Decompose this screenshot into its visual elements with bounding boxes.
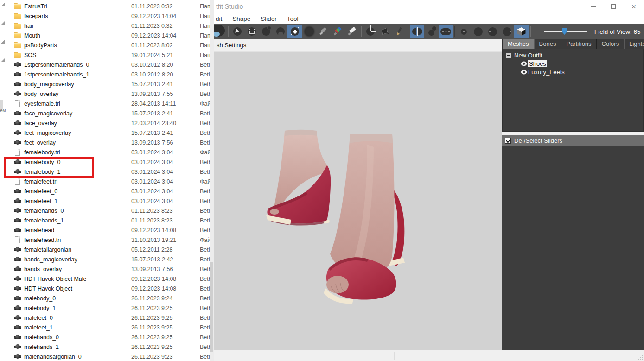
file-row[interactable]: face_magicoverlay15.07.2013 2:41Beth (0, 108, 214, 118)
file-row[interactable]: body_magicoverlay15.07.2013 2:41Beth (0, 79, 214, 89)
load-reference[interactable] (214, 25, 226, 38)
file-row[interactable]: Mouth09.12.2023 14:04Пап (0, 31, 214, 40)
file-row[interactable]: eyesfemale.tri28.04.2013 14:11Фай. (0, 99, 214, 108)
file-row[interactable]: malebody_126.11.2023 9:25Beth (0, 303, 214, 313)
file-row[interactable]: femalebody.tri03.01.2024 3:04Фай. (0, 147, 214, 157)
inflate-brush[interactable] (259, 25, 273, 38)
fov-slider-thumb[interactable] (562, 28, 567, 35)
file-row[interactable]: malefeet_026.11.2023 9:25Beth (0, 313, 214, 323)
file-row[interactable]: face_overlay12.03.2014 23:40Beth (0, 118, 214, 128)
file-row[interactable]: HDT Havok Object09.12.2023 14:08Beth (0, 284, 214, 293)
file-row[interactable]: malehands_126.11.2023 9:25Beth (0, 342, 214, 352)
checkbox-checked-icon[interactable] (505, 138, 511, 144)
xmirror-toggle[interactable] (410, 25, 424, 38)
mesh-icon (14, 246, 21, 253)
brush-size-small[interactable] (457, 25, 471, 38)
file-row[interactable]: 1stpersonfemalehands_103.10.2012 8:20Bet… (0, 70, 214, 79)
file-list: EstrusTri01.11.2023 0:32Папfaceparts09.1… (0, 1, 214, 361)
file-row[interactable]: psBodyParts01.11.2023 8:02Пап (0, 40, 214, 50)
menu-shape[interactable]: Shape (227, 15, 255, 22)
eye-icon[interactable] (521, 61, 527, 66)
file-type: Пап (200, 13, 210, 19)
resize-grip-icon[interactable] (638, 355, 644, 360)
color-brush[interactable] (345, 25, 359, 38)
deselect-sliders-row[interactable]: De-/Select Sliders (502, 135, 644, 146)
brush-size-large[interactable] (471, 25, 485, 38)
viewport-3d[interactable] (214, 52, 502, 350)
global-brush-toggle[interactable] (439, 25, 453, 38)
texture-toggle[interactable] (514, 25, 529, 38)
mask-brush[interactable] (244, 25, 259, 38)
weight-brush[interactable] (331, 25, 345, 38)
file-row[interactable]: femaletailargonian05.12.2011 2:28Beth (0, 245, 214, 254)
connected-brush-toggle[interactable] (424, 25, 439, 38)
file-row[interactable]: hair01.11.2023 0:32Пап (0, 21, 214, 31)
mesh-item[interactable]: Shoes (503, 59, 643, 68)
menu-tool[interactable]: Tool (282, 15, 304, 22)
file-row[interactable]: hands_overlay13.09.2013 7:56Beth (0, 264, 214, 274)
title-bar[interactable]: tfit Studio (214, 0, 644, 13)
scrollbar-thumb[interactable] (210, 262, 213, 352)
file-row[interactable]: faceparts09.12.2023 14:04Пап (0, 11, 214, 21)
pencil-tool[interactable] (392, 25, 406, 38)
mesh-item[interactable]: Luxury_Feets (503, 68, 643, 76)
select-tool[interactable] (230, 25, 244, 38)
pin-tool[interactable] (377, 25, 392, 38)
panel-splitter[interactable] (502, 132, 644, 135)
file-date: 28.04.2013 14:11 (131, 101, 200, 107)
fov-label: Field of View: 65 (594, 28, 641, 35)
collapse-icon[interactable] (506, 53, 511, 58)
smooth-brush[interactable] (302, 25, 316, 38)
file-name: femalefeet.tri (24, 178, 131, 185)
transform-tool[interactable] (363, 25, 377, 38)
menu-slider[interactable]: Slider (255, 15, 282, 22)
file-row[interactable]: body_overlay13.09.2013 7:55Beth (0, 89, 214, 99)
tab-lights[interactable]: Lights (624, 39, 644, 49)
close-button[interactable] (624, 0, 644, 13)
file-row[interactable]: SOS19.01.2024 5:21Пап (0, 50, 214, 60)
undiff-brush[interactable] (316, 25, 331, 38)
file-date: 09.12.2023 14:08 (131, 276, 200, 282)
file-row[interactable]: HDT Havok Object Male09.12.2023 14:08Bet… (0, 274, 214, 284)
mesh-icon (14, 314, 21, 321)
file-date: 09.12.2023 14:04 (131, 32, 200, 39)
file-row[interactable]: malefeet_126.11.2023 9:25Beth (0, 323, 214, 332)
file-row[interactable]: feet_overlay13.09.2013 7:56Beth (0, 138, 214, 147)
brush-focus[interactable] (485, 25, 500, 38)
tab-bones[interactable]: Bones (534, 39, 561, 49)
brush-spacing[interactable] (500, 25, 514, 38)
brush-settings-header[interactable]: sh Settings (214, 39, 502, 52)
file-row[interactable]: malehands_026.11.2023 9:25Beth (0, 332, 214, 342)
file-row[interactable]: femalefeet.tri03.01.2024 3:04Фай. (0, 177, 214, 186)
file-row[interactable]: feet_magicoverlay15.07.2013 2:41Beth (0, 128, 214, 138)
tree-root[interactable]: New Outfit (503, 51, 643, 59)
maximize-button[interactable] (603, 0, 624, 13)
mesh-icon (14, 227, 21, 234)
file-row[interactable]: EstrusTri01.11.2023 0:32Пап (0, 1, 214, 11)
menu-edit[interactable]: dit (214, 15, 227, 22)
file-row[interactable]: malebody_026.11.2023 9:24Beth (0, 293, 214, 303)
eye-icon[interactable] (521, 70, 527, 75)
file-row[interactable]: femalehands_101.11.2023 8:23Beth (0, 215, 214, 225)
tab-partitions[interactable]: Partitions (561, 39, 596, 49)
explorer-scrollbar[interactable] (210, 0, 214, 361)
file-name: feet_overlay (24, 139, 131, 146)
tab-meshes[interactable]: Meshes (503, 39, 534, 49)
file-row[interactable]: hands_magicoverlay15.07.2013 2:42Beth (0, 254, 214, 264)
file-name: feet_magicoverlay (24, 130, 131, 136)
file-row[interactable]: malehandsargonian_026.11.2023 9:23Beth (0, 352, 214, 361)
deflate-brush[interactable] (273, 25, 287, 38)
file-name: femalehead (24, 227, 131, 234)
file-row[interactable]: femalehands_001.11.2023 8:23Beth (0, 206, 214, 215)
file-row[interactable]: femalefeet_103.01.2024 3:04Beth (0, 196, 214, 206)
tree-root-label: New Outfit (514, 52, 542, 59)
minimize-button[interactable] (583, 0, 603, 13)
file-row[interactable]: femalefeet_003.01.2024 3:04Beth (0, 186, 214, 196)
file-row[interactable]: 1stpersonfemalehands_003.10.2012 8:20Bet… (0, 60, 214, 70)
file-explorer: ем EstrusTri01.11.2023 0:32Папfaceparts0… (0, 0, 214, 361)
file-row[interactable]: femalehead.tri31.10.2013 19:21Фай. (0, 235, 214, 245)
file-row[interactable]: femalehead09.12.2023 14:08Beth (0, 225, 214, 235)
move-brush[interactable] (287, 25, 302, 38)
fov-slider[interactable] (544, 31, 587, 32)
tab-colors[interactable]: Colors (597, 39, 625, 49)
